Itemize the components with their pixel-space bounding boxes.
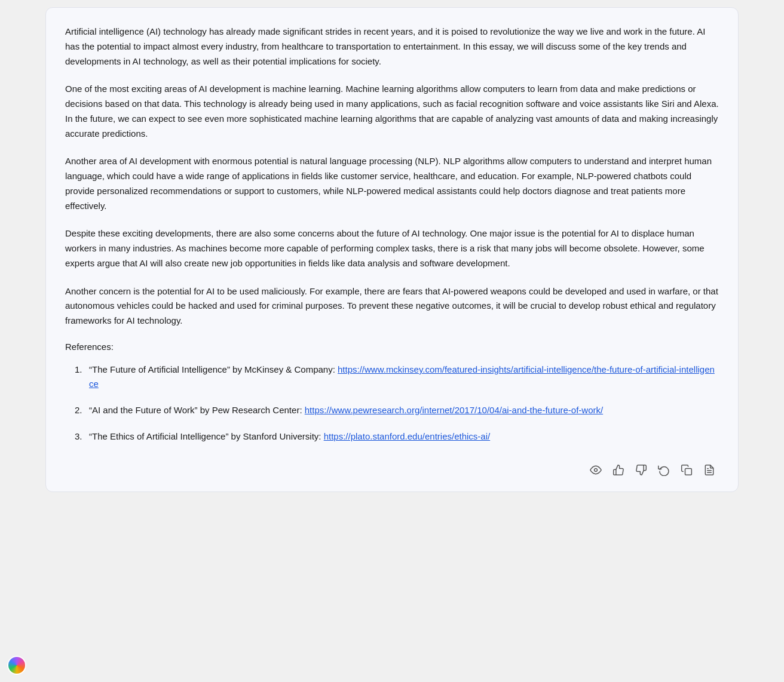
copy-icon: [681, 464, 693, 476]
thumbs-down-icon: [635, 464, 647, 476]
ref-link-3[interactable]: https://plato.stanford.edu/entries/ethic…: [324, 431, 491, 441]
eye-icon: [590, 464, 602, 476]
reference-item-3: 3.“The Ethics of Artificial Intelligence…: [75, 429, 719, 444]
paragraph-3: Another area of AI development with enor…: [65, 154, 719, 213]
ai-message-container: Artificial intelligence (AI) technology …: [45, 7, 739, 492]
ref-text-2: “AI and the Future of Work” by Pew Resea…: [89, 403, 603, 417]
copy-button[interactable]: [677, 460, 696, 480]
ref-number-3: 3.: [75, 429, 89, 444]
logo-area: [7, 656, 26, 675]
paragraph-4: Despite these exciting developments, the…: [65, 226, 719, 271]
thumbs-down-button[interactable]: [632, 460, 651, 480]
view-button[interactable]: [586, 460, 605, 480]
thumbs-up-icon: [612, 464, 624, 476]
report-icon: [703, 464, 715, 476]
reference-item-2: 2.“AI and the Future of Work” by Pew Res…: [75, 403, 719, 417]
ref-number-1: 1.: [75, 362, 89, 391]
paragraph-1: Artificial intelligence (AI) technology …: [65, 24, 719, 69]
references-label: References:: [65, 342, 719, 352]
report-button[interactable]: [700, 460, 719, 480]
paragraphs-section: Artificial intelligence (AI) technology …: [65, 24, 719, 328]
references-list: 1.“The Future of Artificial Intelligence…: [75, 362, 719, 444]
reference-item-1: 1.“The Future of Artificial Intelligence…: [75, 362, 719, 391]
ref-number-2: 2.: [75, 403, 89, 417]
action-bar: [65, 456, 719, 480]
svg-rect-1: [685, 468, 692, 475]
regenerate-icon: [658, 464, 670, 476]
ref-text-3: “The Ethics of Artificial Intelligence” …: [89, 429, 490, 444]
thumbs-up-button[interactable]: [609, 460, 628, 480]
app-logo: [7, 656, 26, 675]
paragraph-5: Another concern is the potential for AI …: [65, 284, 719, 328]
paragraph-2: One of the most exciting areas of AI dev…: [65, 82, 719, 141]
ref-link-1[interactable]: https://www.mckinsey.com/featured-insigh…: [89, 364, 715, 389]
ref-text-1: “The Future of Artificial Intelligence” …: [89, 362, 719, 391]
ref-link-2[interactable]: https://www.pewresearch.org/internet/201…: [305, 405, 603, 415]
regenerate-button[interactable]: [654, 460, 673, 480]
svg-point-0: [595, 468, 598, 471]
